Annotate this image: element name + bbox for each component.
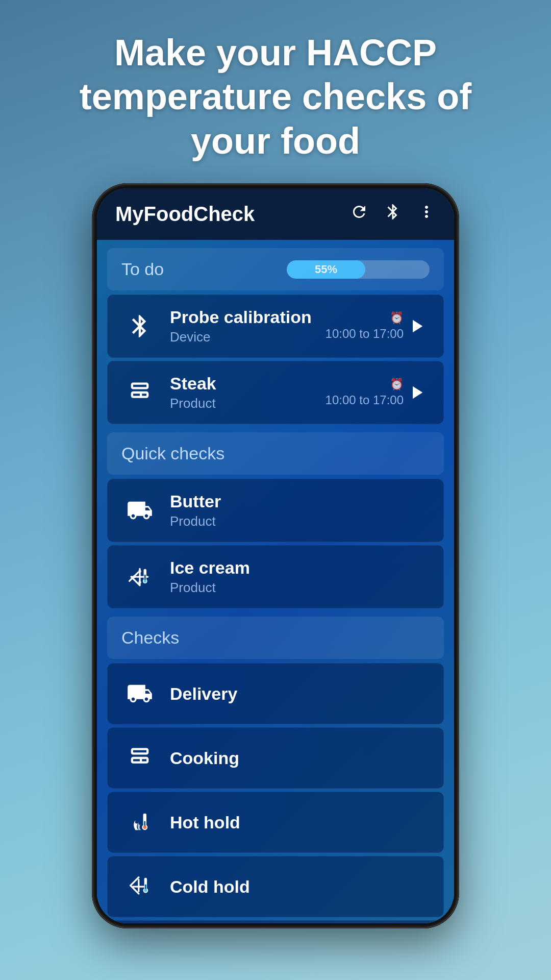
butter-name: Butter: [170, 492, 429, 511]
check-delivery[interactable]: Delivery: [107, 663, 444, 724]
quick-check-ice-cream[interactable]: Ice cream Product: [107, 545, 444, 608]
bluetooth-icon[interactable]: [384, 203, 402, 226]
cooking-icon: [122, 740, 158, 776]
svg-rect-17: [138, 879, 139, 892]
svg-point-23: [144, 889, 147, 892]
progress-bar-fill: 55%: [287, 260, 365, 279]
hot-hold-name: Hot hold: [170, 813, 429, 832]
probe-calibration-name: Probe calibration: [170, 307, 325, 327]
cooking-text: Cooking: [170, 748, 429, 768]
svg-point-11: [144, 580, 146, 582]
steak-name: Steak: [170, 374, 325, 394]
butter-text: Butter Product: [170, 492, 429, 529]
progress-bar-container: 55%: [287, 260, 430, 279]
progress-label: 55%: [315, 263, 337, 276]
todo-label: To do: [121, 259, 164, 279]
probe-calibration-sub: Device: [170, 329, 325, 345]
check-cooling[interactable]: Cooling: [107, 920, 444, 923]
quick-checks-label: Quick checks: [121, 444, 224, 463]
phone-wrapper: MyFoodCheck: [92, 183, 459, 980]
cold-hold-name: Cold hold: [170, 877, 429, 897]
quick-check-butter[interactable]: Butter Product: [107, 479, 444, 542]
quick-checks-section-header: Quick checks: [107, 432, 444, 475]
delivery-name: Delivery: [170, 684, 429, 704]
todo-item-steak[interactable]: Steak Product ⏰ 10:00 to 17:00: [107, 361, 444, 424]
steak-play[interactable]: [404, 380, 429, 405]
hero-title: Make your HACCP temperature checks of yo…: [0, 0, 551, 183]
probe-calibration-text: Probe calibration Device: [170, 307, 325, 345]
refresh-icon[interactable]: [350, 203, 368, 226]
checks-label: Checks: [121, 628, 179, 648]
hot-hold-text: Hot hold: [170, 813, 429, 832]
probe-calibration-play[interactable]: [404, 313, 429, 339]
more-icon[interactable]: [417, 203, 436, 226]
todo-section-header: To do 55%: [107, 248, 444, 290]
todo-item-probe-calibration[interactable]: Probe calibration Device ⏰ 10:00 to 17:0…: [107, 295, 444, 358]
steak-sub: Product: [170, 396, 325, 411]
butter-delivery-icon: [122, 493, 158, 528]
ice-cream-text: Ice cream Product: [170, 558, 429, 596]
delivery-icon: [122, 676, 158, 712]
content-area: To do 55% Probe calibrat: [97, 240, 454, 923]
delivery-text: Delivery: [170, 684, 429, 704]
hot-hold-icon: [122, 804, 158, 840]
svg-point-15: [143, 826, 147, 829]
cooking-name: Cooking: [170, 748, 429, 768]
cold-hold-icon: [122, 869, 158, 904]
checks-section-header: Checks: [107, 617, 444, 659]
butter-sub: Product: [170, 513, 429, 529]
steak-time: ⏰ 10:00 to 17:00: [325, 378, 404, 407]
phone-frame: MyFoodCheck: [92, 183, 459, 928]
phone-screen: MyFoodCheck: [97, 188, 454, 923]
steak-text: Steak Product: [170, 374, 325, 411]
check-cooking[interactable]: Cooking: [107, 727, 444, 789]
ice-cream-cold-icon: [122, 559, 158, 595]
cold-hold-text: Cold hold: [170, 877, 429, 897]
check-hot-hold[interactable]: Hot hold: [107, 792, 444, 853]
app-bar-icons: [350, 203, 436, 226]
probe-calibration-time: ⏰ 10:00 to 17:00: [325, 311, 404, 341]
ice-cream-sub: Product: [170, 580, 429, 596]
bluetooth-item-icon: [122, 308, 158, 344]
app-bar-title: MyFoodCheck: [115, 203, 350, 226]
ice-cream-name: Ice cream: [170, 558, 429, 578]
check-cold-hold[interactable]: Cold hold: [107, 856, 444, 917]
app-bar: MyFoodCheck: [97, 188, 454, 240]
steak-icon: [122, 375, 158, 410]
